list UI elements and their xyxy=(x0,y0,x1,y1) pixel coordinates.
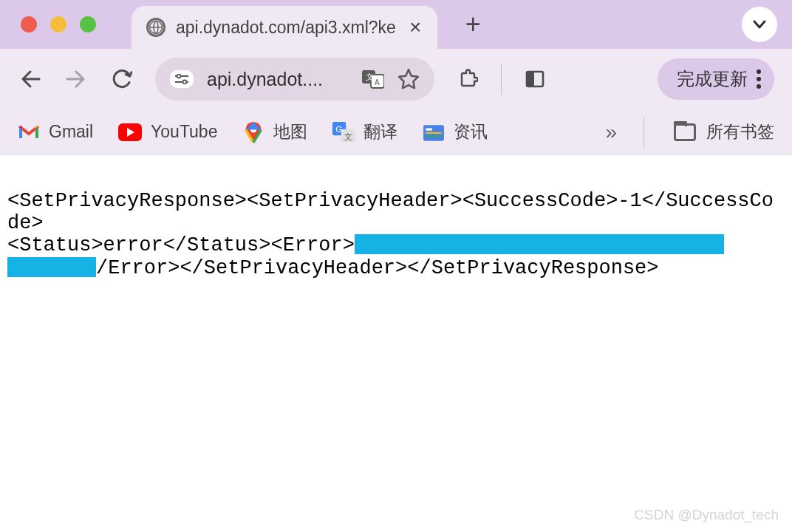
minimize-window-button[interactable] xyxy=(50,16,66,33)
bookmark-label: 地图 xyxy=(273,120,307,143)
close-tab-button[interactable]: × xyxy=(406,16,424,39)
svg-rect-14 xyxy=(426,128,433,130)
bookmarks-overflow-button[interactable]: » xyxy=(605,120,614,144)
bookmark-translate[interactable]: G文 翻译 xyxy=(332,120,397,143)
side-panel-icon xyxy=(525,69,545,89)
bookmark-youtube[interactable]: YouTube xyxy=(118,122,217,142)
update-button[interactable]: 完成更新 xyxy=(658,58,774,100)
url-text: api.dynadot.... xyxy=(207,69,349,90)
svg-rect-15 xyxy=(426,132,442,133)
star-icon xyxy=(397,68,420,90)
svg-point-1 xyxy=(183,81,187,84)
gmail-icon xyxy=(18,123,40,142)
bookmark-button[interactable] xyxy=(397,68,420,90)
bookmark-label: 资讯 xyxy=(454,120,488,143)
redacted-block xyxy=(7,257,96,277)
reload-button[interactable] xyxy=(109,66,134,92)
maps-icon xyxy=(242,123,264,142)
new-tab-button[interactable]: + xyxy=(458,9,488,40)
bookmark-maps[interactable]: 地图 xyxy=(242,120,307,143)
arrow-right-icon xyxy=(66,69,86,89)
xml-text: <SetPrivacyResponse><SetPrivacyHeader><S… xyxy=(7,190,774,234)
translate-icon: 文A xyxy=(362,69,384,89)
divider xyxy=(501,64,502,95)
side-panel-button[interactable] xyxy=(522,66,547,92)
address-bar[interactable]: api.dynadot.... 文A xyxy=(155,58,434,100)
close-window-button[interactable] xyxy=(21,16,37,33)
extensions-button[interactable] xyxy=(455,66,480,92)
menu-icon xyxy=(757,69,761,89)
google-translate-icon: G文 xyxy=(332,123,355,142)
xml-text: <Status>error</Status><Error> xyxy=(7,234,355,256)
tune-icon xyxy=(174,74,189,84)
svg-text:A: A xyxy=(375,78,380,86)
page-content: <SetPrivacyResponse><SetPrivacyHeader><S… xyxy=(0,155,792,316)
folder-icon xyxy=(674,123,696,141)
tab-title: api.dynadot.com/api3.xml?ke xyxy=(176,18,396,38)
tab-search-button[interactable] xyxy=(742,7,777,42)
bookmarks-bar: Gmail YouTube 地图 G文 翻译 资讯 » 所有书签 xyxy=(0,109,792,155)
bookmark-news[interactable]: 资讯 xyxy=(423,120,488,143)
translate-button[interactable]: 文A xyxy=(362,68,384,90)
svg-text:G: G xyxy=(336,124,343,134)
forward-button[interactable] xyxy=(64,66,89,92)
puzzle-icon xyxy=(457,69,478,89)
divider xyxy=(644,117,644,148)
svg-text:文: 文 xyxy=(345,132,353,140)
svg-text:文: 文 xyxy=(366,72,374,81)
tab-strip: api.dynadot.com/api3.xml?ke × + xyxy=(0,0,792,49)
bookmark-label: 翻译 xyxy=(363,120,397,143)
news-icon xyxy=(423,123,445,142)
xml-text: /Error></SetPrivacyHeader></SetPrivacyRe… xyxy=(96,257,659,279)
youtube-icon xyxy=(118,123,142,141)
site-settings-button[interactable] xyxy=(170,70,194,88)
browser-tab[interactable]: api.dynadot.com/api3.xml?ke × xyxy=(132,6,437,49)
bookmark-label: YouTube xyxy=(151,122,217,142)
arrow-left-icon xyxy=(20,69,41,89)
all-bookmarks-label: 所有书签 xyxy=(706,120,774,143)
svg-point-0 xyxy=(177,75,181,78)
svg-rect-16 xyxy=(426,135,442,137)
bookmark-label: Gmail xyxy=(49,122,93,142)
maximize-window-button[interactable] xyxy=(80,16,96,33)
reload-icon xyxy=(112,69,132,89)
bookmark-gmail[interactable]: Gmail xyxy=(18,122,93,142)
watermark: CSDN @Dynadot_tech xyxy=(634,507,779,523)
svg-rect-7 xyxy=(527,72,534,86)
window-controls xyxy=(21,16,96,33)
toolbar: api.dynadot.... 文A 完成更新 xyxy=(0,49,792,109)
chevron-down-icon xyxy=(752,17,767,32)
update-label: 完成更新 xyxy=(677,67,748,91)
redacted-block xyxy=(355,234,724,254)
all-bookmarks-button[interactable]: 所有书签 xyxy=(674,120,774,143)
back-button[interactable] xyxy=(18,66,43,92)
globe-icon xyxy=(146,18,165,37)
